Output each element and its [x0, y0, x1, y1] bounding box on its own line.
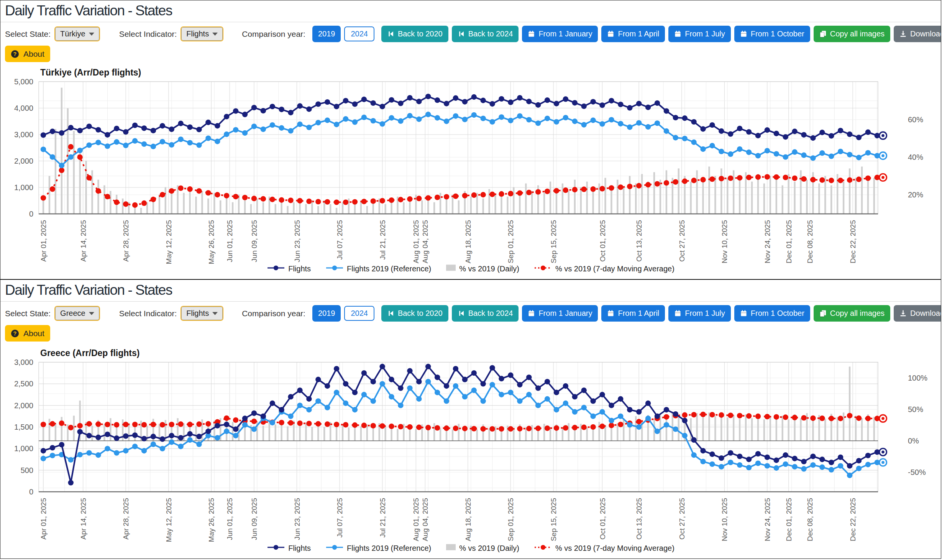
svg-text:Nov 24, 2025: Nov 24, 2025 [763, 220, 771, 263]
comparison-year-label: Comparison year: [242, 30, 305, 39]
copy-all-images-button[interactable]: Copy all images [814, 305, 890, 322]
svg-text:Aug 18, 2025: Aug 18, 2025 [464, 498, 472, 541]
action-buttons: Back to 2020Back to 2024From 1 JanuaryFr… [381, 26, 941, 42]
svg-text:500: 500 [21, 466, 33, 475]
svg-text:Apr 28, 2025: Apr 28, 2025 [122, 220, 130, 262]
from-1-january-button[interactable]: From 1 January [522, 26, 598, 42]
back-to-2024-button[interactable]: Back to 2024 [452, 305, 519, 322]
svg-text:Oct 13, 2025: Oct 13, 2025 [635, 220, 643, 262]
question-icon: ? [11, 329, 19, 338]
traffic-chart-greece: Greece (Arr/Dep flights)05001,0001,5002,… [0, 341, 941, 550]
select-state-label: Select State: [5, 309, 51, 318]
svg-text:May 26, 2025: May 26, 2025 [207, 498, 215, 542]
year-2024-button[interactable]: 2024 [344, 26, 374, 41]
svg-text:1,000: 1,000 [14, 444, 33, 453]
question-icon: ? [11, 50, 19, 58]
download-icon [899, 30, 907, 38]
comparison-year-label: Comparison year: [242, 309, 305, 318]
svg-text:Nov 24, 2025: Nov 24, 2025 [763, 498, 771, 541]
skip-back-icon [387, 310, 394, 317]
legend-item: Flights [267, 264, 311, 273]
svg-text:Türkiye (Arr/Dep flights): Türkiye (Arr/Dep flights) [40, 67, 141, 77]
legend-item: % vs 2019 (Daily) [446, 544, 519, 553]
svg-text:1,500: 1,500 [14, 423, 33, 431]
svg-text:May 26, 2025: May 26, 2025 [207, 220, 215, 264]
calendar-icon [528, 310, 535, 317]
indicator-select[interactable]: Flights [181, 27, 223, 41]
indicator-select[interactable]: Flights [181, 307, 223, 320]
calendar-icon [674, 310, 681, 317]
svg-text:Dec 22, 2025: Dec 22, 2025 [849, 220, 857, 263]
svg-text:Jun 09, 2025: Jun 09, 2025 [250, 220, 258, 262]
back-to-2020-button[interactable]: Back to 2020 [381, 26, 448, 42]
panel-turkiye: Daily Traffic Variation - States Select … [0, 0, 941, 279]
svg-text:?: ? [13, 330, 17, 336]
svg-text:Jun 23, 2025: Jun 23, 2025 [293, 498, 301, 540]
about-button[interactable]: ?About [5, 325, 50, 342]
from-1-july-button[interactable]: From 1 July [668, 26, 730, 42]
svg-text:May 12, 2025: May 12, 2025 [165, 498, 173, 542]
action-buttons: Back to 2020Back to 2024From 1 JanuaryFr… [381, 305, 941, 322]
state-select[interactable]: Türkiye [55, 27, 99, 41]
legend-marker-icon [267, 544, 285, 553]
svg-text:Oct 27, 2025: Oct 27, 2025 [678, 498, 686, 540]
svg-text:Jul 07, 2025: Jul 07, 2025 [336, 220, 344, 260]
download-button[interactable]: Download [894, 26, 941, 42]
download-button[interactable]: Download [894, 305, 941, 322]
legend-marker-icon [534, 544, 552, 553]
from-1-april-button[interactable]: From 1 April [601, 305, 665, 322]
legend-marker-icon [446, 544, 456, 553]
svg-text:Dec 08, 2025: Dec 08, 2025 [806, 220, 814, 263]
svg-text:Jun 09, 2025: Jun 09, 2025 [250, 498, 258, 540]
svg-text:2,000: 2,000 [14, 157, 33, 165]
year-2019-button[interactable]: 2019 [312, 305, 341, 322]
legend-item: % vs 2019 (Daily) [446, 264, 519, 273]
svg-text:Oct 27, 2025: Oct 27, 2025 [678, 220, 686, 262]
svg-text:Dec 01, 2025: Dec 01, 2025 [785, 220, 793, 263]
svg-text:Jun 01, 2025: Jun 01, 2025 [226, 220, 234, 262]
select-state-label: Select State: [5, 30, 51, 39]
chart-legend: FlightsFlights 2019 (Reference)% vs 2019… [0, 544, 941, 553]
from-1-october-button[interactable]: From 1 October [734, 305, 810, 322]
state-select[interactable]: Greece [55, 307, 99, 320]
controls-bar: Select State: Türkiye Select Indicator: … [0, 22, 941, 42]
svg-text:5,000: 5,000 [14, 77, 33, 86]
svg-text:0: 0 [29, 210, 33, 218]
svg-text:100%: 100% [908, 374, 927, 382]
year-buttons: 20192024 [312, 26, 374, 42]
year-2019-button[interactable]: 2019 [312, 26, 341, 42]
from-1-january-button[interactable]: From 1 January [522, 305, 598, 322]
svg-text:Jun 23, 2025: Jun 23, 2025 [293, 220, 301, 262]
from-1-april-button[interactable]: From 1 April [601, 26, 665, 42]
svg-text:?: ? [13, 51, 17, 57]
svg-text:1,000: 1,000 [14, 183, 33, 192]
year-buttons: 20192024 [312, 305, 374, 322]
chevron-down-icon [212, 33, 218, 36]
svg-text:0: 0 [29, 488, 33, 496]
legend-item: Flights 2019 (Reference) [325, 264, 431, 273]
back-to-2024-button[interactable]: Back to 2024 [452, 26, 519, 42]
legend-item: Flights 2019 (Reference) [325, 544, 431, 553]
skip-back-icon [458, 310, 465, 317]
svg-text:Greece (Arr/Dep flights): Greece (Arr/Dep flights) [40, 348, 139, 358]
chart-legend: FlightsFlights 2019 (Reference)% vs 2019… [0, 264, 941, 273]
back-to-2020-button[interactable]: Back to 2020 [381, 305, 448, 322]
svg-text:0%: 0% [908, 437, 919, 445]
svg-text:Oct 01, 2025: Oct 01, 2025 [599, 498, 607, 540]
from-1-july-button[interactable]: From 1 July [668, 305, 730, 322]
svg-text:Sep 15, 2025: Sep 15, 2025 [550, 498, 558, 541]
legend-item: % vs 2019 (7-day Moving Average) [534, 264, 674, 273]
copy-icon [819, 30, 827, 38]
svg-text:Jul 21, 2025: Jul 21, 2025 [379, 498, 387, 538]
year-2024-button[interactable]: 2024 [344, 306, 374, 321]
svg-text:Dec 08, 2025: Dec 08, 2025 [806, 498, 814, 541]
copy-all-images-button[interactable]: Copy all images [814, 26, 890, 42]
from-1-october-button[interactable]: From 1 October [734, 26, 810, 42]
about-button[interactable]: ?About [5, 46, 50, 62]
calendar-icon [607, 30, 614, 38]
svg-text:Apr 01, 2025: Apr 01, 2025 [39, 220, 48, 262]
download-icon [899, 310, 907, 317]
legend-item: % vs 2019 (7-day Moving Average) [534, 544, 674, 553]
page-title: Daily Traffic Variation - States [0, 0, 941, 22]
svg-text:4,000: 4,000 [14, 104, 33, 112]
